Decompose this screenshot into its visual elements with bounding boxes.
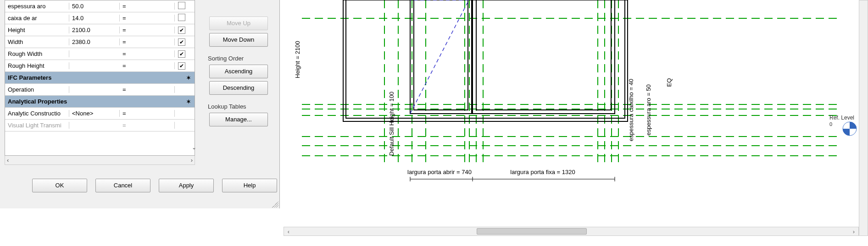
- scroll-right-icon[interactable]: ›: [191, 157, 193, 164]
- canvas-vscrollbar[interactable]: [859, 0, 868, 236]
- param-formula[interactable]: =: [120, 15, 175, 22]
- scroll-left-icon[interactable]: ‹: [7, 157, 9, 164]
- param-lock[interactable]: [175, 2, 189, 11]
- param-name: Height: [5, 27, 69, 33]
- param-formula[interactable]: =: [120, 122, 175, 129]
- param-value[interactable]: <None>: [69, 110, 120, 117]
- dim-esp-aro: espessura aro = 50: [645, 84, 652, 136]
- cancel-button[interactable]: Cancel: [95, 179, 150, 192]
- param-formula[interactable]: =: [120, 27, 175, 33]
- scroll-left-icon[interactable]: ‹: [284, 228, 293, 235]
- param-name: caixa de ar: [5, 15, 69, 22]
- apply-button[interactable]: Apply: [159, 179, 214, 192]
- drawing-canvas[interactable]: Height = 2100 Default Sill Height = 100 …: [284, 0, 868, 227]
- param-lock[interactable]: [175, 14, 189, 22]
- ok-button[interactable]: OK: [32, 179, 87, 192]
- svg-rect-23: [473, 0, 615, 114]
- dialog-bottom-buttons: OK Cancel Apply Help: [32, 179, 277, 192]
- param-name: Analytic Constructio: [5, 110, 69, 117]
- param-name: Width: [5, 38, 69, 45]
- param-name: Operation: [5, 86, 69, 93]
- resize-grip-icon[interactable]: [272, 201, 278, 208]
- param-value[interactable]: 50.0: [69, 3, 120, 10]
- param-value[interactable]: 14.0: [69, 15, 120, 22]
- dim-sill: Default Sill Height = 100: [388, 92, 395, 156]
- param-formula[interactable]: =: [120, 110, 175, 117]
- elevation-drawing: Height = 2100 Default Sill Height = 100 …: [284, 0, 868, 227]
- param-lock[interactable]: [175, 27, 189, 34]
- table-row[interactable]: espessura aro 50.0 =: [5, 0, 195, 12]
- table-row[interactable]: Height 2100.0 =: [5, 24, 195, 36]
- table-row[interactable]: Analytic Constructio <None> =: [5, 108, 195, 120]
- param-name: espessura aro: [5, 3, 69, 10]
- descending-button[interactable]: Descending: [209, 81, 268, 95]
- param-formula[interactable]: =: [120, 38, 175, 45]
- group-header-label: Analytical Properties: [5, 98, 184, 105]
- svg-rect-22: [414, 0, 468, 110]
- group-header-label: IFC Parameters: [5, 74, 184, 81]
- dim-largura-fixa: largura porta fixa = 1320: [510, 169, 575, 175]
- scroll-thumb[interactable]: [477, 228, 587, 235]
- param-formula[interactable]: =: [120, 86, 175, 93]
- param-lock[interactable]: [175, 50, 189, 58]
- dim-esp-caixilho: espessura caixilho = 40: [628, 79, 634, 141]
- svg-rect-21: [410, 0, 472, 114]
- param-lock[interactable]: [175, 62, 189, 70]
- table-row[interactable]: caixa de ar 14.0 =: [5, 12, 195, 24]
- collapse-icon[interactable]: ✶: [184, 75, 193, 81]
- table-row[interactable]: Rough Height =: [5, 60, 195, 72]
- param-value[interactable]: 2380.0: [69, 38, 120, 45]
- svg-line-25: [410, 0, 469, 114]
- param-lock[interactable]: [175, 38, 189, 46]
- table-row[interactable]: Width 2380.0 =: [5, 36, 195, 48]
- dim-largura-abrir: largura porta abrir = 740: [407, 169, 472, 175]
- collapse-icon[interactable]: ✶: [184, 98, 193, 105]
- dim-eq: EQ: [666, 78, 673, 87]
- param-formula[interactable]: =: [120, 3, 175, 10]
- param-value[interactable]: 2100.0: [69, 27, 120, 33]
- table-hscrollbar[interactable]: ‹ ›: [5, 156, 195, 165]
- param-formula[interactable]: =: [120, 50, 175, 57]
- group-header-ifc[interactable]: IFC Parameters ✶: [5, 72, 195, 84]
- side-controls: Remove Move Up Move Down Sorting Order A…: [204, 0, 273, 129]
- help-button[interactable]: Help: [222, 179, 277, 192]
- param-name: Rough Width: [5, 50, 69, 57]
- param-formula[interactable]: =: [120, 62, 175, 69]
- vscroll-down-icon[interactable]: ⌄: [192, 144, 196, 151]
- table-row[interactable]: Rough Width =: [5, 48, 195, 60]
- scroll-right-icon[interactable]: ›: [849, 228, 858, 235]
- ascending-button[interactable]: Ascending: [209, 65, 268, 78]
- table-row[interactable]: Visual Light Transmi =: [5, 120, 195, 131]
- manage-button[interactable]: Manage...: [209, 113, 268, 126]
- move-up-button[interactable]: Move Up: [209, 16, 268, 30]
- dialog-panel: espessura aro 50.0 = caixa de ar 14.0 = …: [0, 0, 280, 208]
- canvas-hscrollbar[interactable]: ‹ ›: [284, 227, 859, 236]
- sorting-order-label: Sorting Order: [208, 55, 273, 62]
- param-name: Visual Light Transmi: [5, 122, 69, 129]
- move-down-button[interactable]: Move Down: [209, 33, 268, 47]
- param-name: Rough Height: [5, 62, 69, 69]
- svg-rect-24: [476, 0, 611, 110]
- table-row[interactable]: Operation =: [5, 84, 195, 96]
- group-header-analytical[interactable]: Analytical Properties ✶: [5, 96, 195, 108]
- lookup-tables-label: Lookup Tables: [208, 103, 273, 110]
- viewcube-icon[interactable]: [842, 121, 857, 136]
- dim-height: Height = 2100: [294, 41, 301, 78]
- parameter-table[interactable]: espessura aro 50.0 = caixa de ar 14.0 = …: [5, 0, 195, 156]
